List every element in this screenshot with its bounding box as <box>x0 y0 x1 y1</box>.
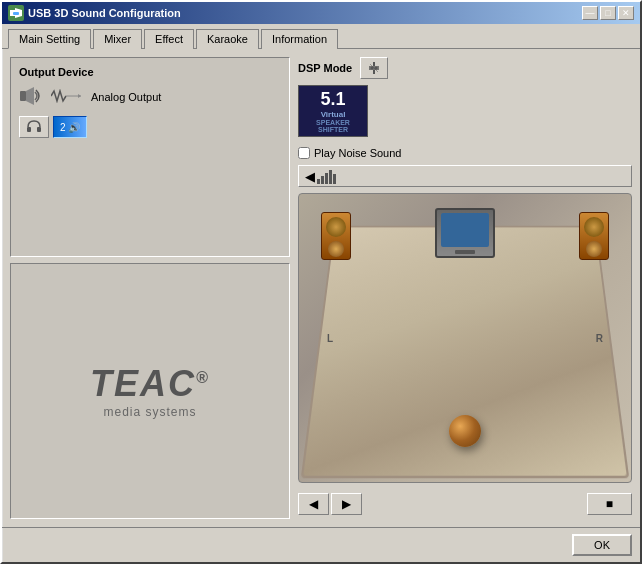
badge-number: 5.1 <box>305 89 361 110</box>
svg-point-12 <box>371 67 374 70</box>
virtual-speaker-badge: 5.1 Virtual SPEAKER SHIFTER <box>298 85 368 137</box>
dsp-settings-button[interactable] <box>360 57 388 79</box>
window-icon <box>8 5 24 21</box>
svg-rect-2 <box>13 12 19 15</box>
badge-line2: SPEAKER SHIFTER <box>305 119 361 133</box>
dsp-header: DSP Mode <box>298 57 632 79</box>
output-device-title: Output Device <box>19 66 281 78</box>
right-speaker <box>579 212 609 260</box>
play-group: ◀ ▶ <box>298 493 362 515</box>
headphone-icon <box>26 119 42 135</box>
left-panel: Output Device <box>10 57 290 519</box>
svg-point-13 <box>375 67 378 70</box>
noise-sound-button[interactable]: ◀ <box>298 165 632 187</box>
bottom-bar: OK <box>2 527 640 562</box>
svg-rect-7 <box>27 127 31 132</box>
svg-rect-3 <box>20 91 26 101</box>
speaker-icon <box>19 86 41 108</box>
svg-marker-4 <box>26 87 34 105</box>
tab-information[interactable]: Information <box>261 29 338 49</box>
tab-effect[interactable]: Effect <box>144 29 194 49</box>
teac-logo-area: TEAC® media systems <box>10 263 290 519</box>
prev-button[interactable]: ◀ <box>298 493 329 515</box>
center-monitor <box>435 208 495 258</box>
output-device-box: Output Device <box>10 57 290 257</box>
svg-rect-8 <box>37 127 41 132</box>
play-button[interactable]: ▶ <box>331 493 362 515</box>
analog-output-label: Analog Output <box>91 91 161 103</box>
close-button[interactable]: ✕ <box>618 6 634 20</box>
waveform-icon <box>51 89 81 105</box>
teac-logo-text: TEAC® <box>90 363 210 404</box>
control-buttons: 2 🔊 <box>19 116 281 138</box>
listener-ball <box>449 415 481 447</box>
maximize-button[interactable]: □ <box>600 6 616 20</box>
tab-karaoke[interactable]: Karaoke <box>196 29 259 49</box>
monitor-screen <box>441 213 489 247</box>
main-content: Output Device <box>2 49 640 527</box>
left-speaker <box>321 212 351 260</box>
noise-row: Play Noise Sound <box>298 147 632 159</box>
tabs-bar: Main Setting Mixer Effect Karaoke Inform… <box>2 24 640 49</box>
badge-line1: Virtual <box>305 110 361 119</box>
window-title: USB 3D Sound Configuration <box>28 7 181 19</box>
noise-rewind-icon: ◀ <box>305 169 315 184</box>
title-bar-left: USB 3D Sound Configuration <box>8 5 181 21</box>
tab-main-setting[interactable]: Main Setting <box>8 29 91 49</box>
main-window: USB 3D Sound Configuration — □ ✕ Main Se… <box>0 0 642 564</box>
teac-logo-group: TEAC® media systems <box>90 363 210 419</box>
svg-marker-6 <box>78 94 81 98</box>
title-buttons: — □ ✕ <box>582 6 634 20</box>
device-row: Analog Output <box>19 86 281 108</box>
noise-checkbox-wrap: Play Noise Sound <box>298 147 401 159</box>
title-bar: USB 3D Sound Configuration — □ ✕ <box>2 2 640 24</box>
dsp-label: DSP Mode <box>298 62 352 74</box>
ok-button[interactable]: OK <box>572 534 632 556</box>
teac-sub-text: media systems <box>90 405 210 419</box>
speaker-diagram: L R <box>298 193 632 483</box>
stage-label-left: L <box>327 333 333 344</box>
minimize-button[interactable]: — <box>582 6 598 20</box>
speaker2-label: 2 🔊 <box>60 122 80 133</box>
tab-mixer[interactable]: Mixer <box>93 29 142 49</box>
noise-checkbox[interactable] <box>298 147 310 159</box>
playback-controls: ◀ ▶ ■ <box>298 489 632 519</box>
right-panel: DSP Mode 5.1 Virtual SPEAKER SHIFTER <box>298 57 632 519</box>
speaker2-button[interactable]: 2 🔊 <box>53 116 87 138</box>
stage-label-right: R <box>596 333 603 344</box>
noise-bar-icon <box>317 168 336 184</box>
stop-button[interactable]: ■ <box>587 493 632 515</box>
noise-label: Play Noise Sound <box>314 147 401 159</box>
headphone-button[interactable] <box>19 116 49 138</box>
